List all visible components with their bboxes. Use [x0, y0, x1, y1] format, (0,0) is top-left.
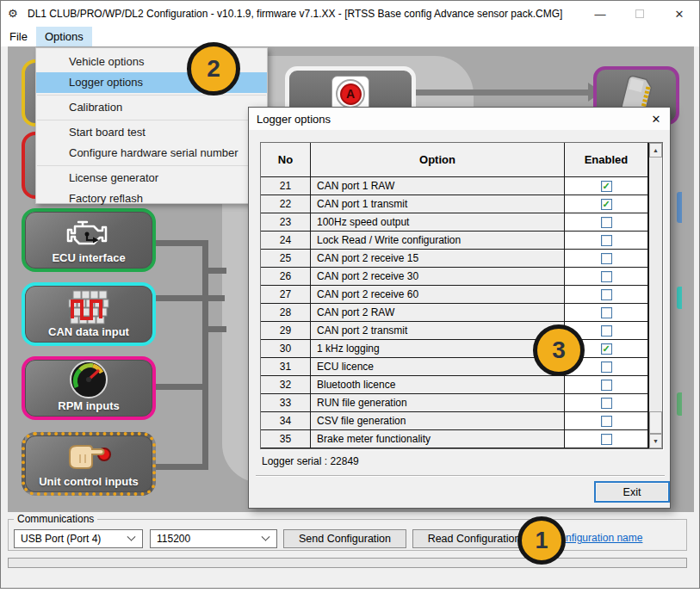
- cell-enabled: [565, 268, 648, 286]
- hand-button-icon: [63, 435, 115, 475]
- cell-no: 35: [261, 430, 311, 448]
- column-header-enabled: Enabled: [565, 143, 648, 177]
- options-table: No Option Enabled 21CAN port 1 RAW✓22CAN…: [260, 142, 663, 449]
- menu-item-configure-hardware-serial-number[interactable]: Configure hardware serial number: [36, 143, 267, 164]
- cell-no: 25: [261, 250, 311, 268]
- cell-no: 32: [261, 376, 311, 394]
- wire: [202, 268, 226, 274]
- checkbox-checked[interactable]: ✓: [601, 181, 612, 192]
- cell-option: ECU licence: [311, 358, 565, 376]
- cell-enabled: [565, 232, 648, 250]
- table-row: 28CAN port 2 RAW: [261, 304, 662, 322]
- cell-no: 33: [261, 394, 311, 412]
- cell-no: 31: [261, 358, 311, 376]
- maximize-button[interactable]: [620, 1, 660, 27]
- title-bar: ⚙ DL1 CLUB/PRO/WP/DL2 Configuration - v1…: [1, 1, 699, 27]
- baud-rate-select[interactable]: 115200: [150, 529, 277, 548]
- column-header-no: No: [261, 143, 311, 177]
- cell-enabled: [565, 412, 648, 430]
- diagram-button-label: ECU interface: [52, 251, 125, 264]
- logger-serial-label: Logger serial : 22849: [262, 455, 359, 467]
- dialog-title-bar: Logger options ✕: [249, 108, 670, 130]
- cell-option: Brake meter functionality: [311, 430, 565, 448]
- exit-button[interactable]: Exit: [594, 481, 670, 503]
- edge-tab: [677, 392, 682, 416]
- checkbox-unchecked[interactable]: [601, 380, 612, 391]
- table-scrollbar[interactable]: ▲ ▼: [648, 143, 662, 448]
- dialog-separator: [256, 475, 665, 477]
- cell-option: 100Hz speed output: [311, 213, 565, 232]
- engine-icon: [65, 212, 113, 251]
- dialog-title: Logger options: [257, 113, 331, 126]
- scrollbar-down-icon[interactable]: ▼: [649, 434, 662, 448]
- cell-enabled: [565, 304, 648, 322]
- wire: [156, 240, 204, 246]
- cell-option: CAN port 2 receive 30: [311, 268, 565, 286]
- checkbox-unchecked[interactable]: [601, 289, 612, 300]
- menu-item-start-board-test[interactable]: Start board test: [36, 122, 267, 143]
- checkbox-unchecked[interactable]: [601, 416, 612, 427]
- wire: [156, 464, 204, 470]
- checkbox-unchecked[interactable]: [601, 361, 612, 373]
- table-row: 23100Hz speed output: [261, 213, 662, 232]
- app-window: ⚙ DL1 CLUB/PRO/WP/DL2 Configuration - v1…: [0, 0, 700, 589]
- cell-enabled: [565, 394, 648, 412]
- checkbox-unchecked[interactable]: [601, 253, 612, 264]
- cell-no: 27: [261, 286, 311, 304]
- checkbox-unchecked[interactable]: [601, 307, 612, 318]
- table-row: 25CAN port 2 receive 15: [261, 250, 662, 268]
- diagram-button-ecu-interface[interactable]: ECU interface: [22, 208, 156, 272]
- checkbox-unchecked[interactable]: [601, 235, 612, 246]
- menu-bar: File Options: [1, 27, 699, 46]
- cell-no: 34: [261, 412, 311, 430]
- minimize-button[interactable]: —: [580, 1, 620, 27]
- diagram-button-unit-control-inputs[interactable]: Unit control inputs: [22, 432, 156, 496]
- callout-step-3: 3: [533, 324, 585, 376]
- cell-no: 22: [261, 195, 311, 213]
- dialog-close-icon[interactable]: ✕: [642, 113, 670, 126]
- menu-file[interactable]: File: [1, 27, 36, 46]
- menu-item-factory-reflash[interactable]: Factory reflash: [36, 188, 267, 209]
- cell-option: RUN file generation: [311, 394, 565, 412]
- table-row: 24Lock Read / Write configuration: [261, 232, 662, 250]
- app-icon: ⚙: [8, 7, 22, 21]
- flow-arrow-line: [416, 90, 588, 96]
- close-button[interactable]: ✕: [660, 1, 699, 27]
- table-row: 34CSV file generation: [261, 412, 662, 430]
- menu-separator: [37, 95, 266, 96]
- menu-separator: [37, 120, 266, 120]
- checkbox-checked[interactable]: ✓: [601, 199, 612, 210]
- diagram-button-can-data-input[interactable]: CAN data input: [22, 282, 156, 346]
- cell-option: CAN port 2 transmit: [311, 322, 565, 340]
- diagram-button-rpm-inputs[interactable]: RPM inputs: [22, 356, 156, 420]
- menu-item-calibration[interactable]: Calibration: [36, 97, 267, 118]
- checkbox-unchecked[interactable]: [601, 271, 612, 282]
- maximize-icon: [635, 9, 644, 18]
- checkbox-unchecked[interactable]: [601, 217, 612, 228]
- checkbox-unchecked[interactable]: [601, 325, 612, 337]
- scrollbar-thumb[interactable]: [649, 411, 662, 434]
- scrollbar-up-icon[interactable]: ▲: [649, 143, 662, 157]
- table-row: 301 kHz logging✓: [261, 340, 662, 358]
- checkbox-checked[interactable]: ✓: [601, 343, 612, 355]
- cell-no: 30: [261, 340, 311, 358]
- cell-option: CAN port 2 RAW: [311, 304, 565, 322]
- checkbox-unchecked[interactable]: [601, 398, 612, 409]
- cell-no: 29: [261, 322, 311, 340]
- cell-option: CAN port 1 transmit: [311, 195, 565, 213]
- menu-options[interactable]: Options: [36, 27, 92, 46]
- communications-group-label: Communications: [14, 513, 97, 525]
- menu-item-license-generator[interactable]: License generator: [36, 168, 267, 188]
- column-header-option: Option: [311, 143, 565, 177]
- cell-option: CAN port 1 RAW: [311, 177, 565, 195]
- checkbox-unchecked[interactable]: [601, 434, 612, 445]
- cell-enabled: ✓: [565, 195, 648, 213]
- logger-options-dialog: Logger options ✕ No Option Enabled 21CAN…: [248, 107, 671, 509]
- diagram-button-label: CAN data input: [48, 325, 129, 338]
- cell-enabled: ✓: [565, 177, 648, 195]
- chevron-down-icon: [127, 532, 136, 540]
- cell-no: 23: [261, 213, 311, 232]
- cell-no: 21: [261, 177, 311, 195]
- port-select[interactable]: USB Port (Port 4): [14, 529, 143, 548]
- send-configuration-button[interactable]: Send Configuration: [283, 529, 406, 548]
